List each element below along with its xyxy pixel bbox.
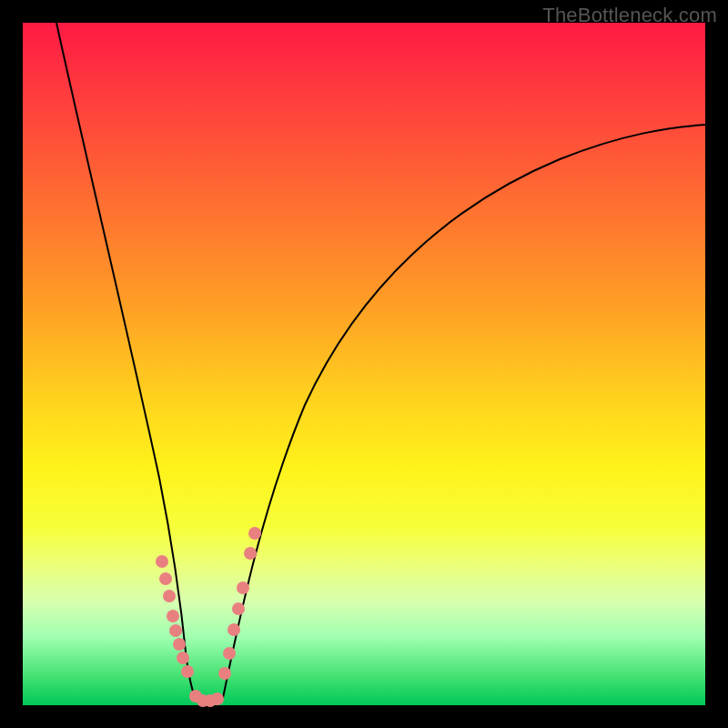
marker-group: [156, 527, 261, 707]
plot-area: [23, 23, 705, 705]
chart-svg: [23, 23, 705, 705]
marker-dot: [181, 665, 194, 678]
outer-frame: TheBottleneck.com: [0, 0, 728, 728]
marker-dot: [232, 602, 245, 615]
marker-dot: [167, 610, 179, 622]
curve-right-branch: [223, 125, 705, 698]
marker-dot: [177, 652, 189, 664]
marker-dot: [223, 647, 236, 660]
marker-dot: [237, 581, 249, 594]
marker-dot: [156, 555, 168, 568]
marker-dot: [163, 590, 176, 602]
marker-dot: [211, 693, 224, 705]
marker-dot: [248, 527, 261, 540]
marker-dot: [244, 547, 257, 560]
marker-dot: [169, 624, 182, 637]
marker-dot: [228, 623, 240, 636]
watermark-text: TheBottleneck.com: [542, 4, 717, 27]
marker-dot: [218, 667, 231, 680]
marker-dot: [173, 638, 186, 651]
marker-dot: [159, 572, 172, 585]
